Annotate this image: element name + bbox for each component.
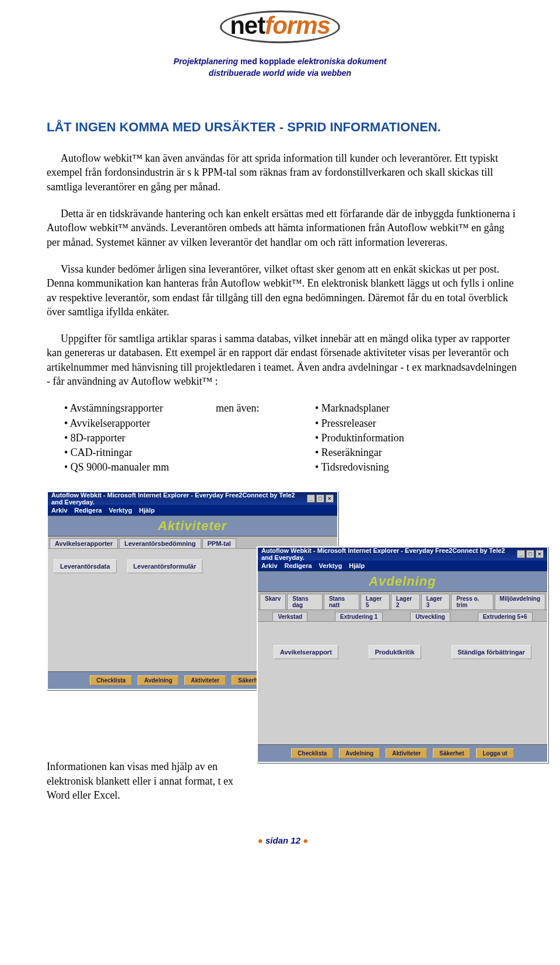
minimize-icon[interactable]: _ <box>307 494 315 503</box>
menu-item[interactable]: Redigera <box>75 507 102 514</box>
panel-button[interactable]: Avvikelserapport <box>274 645 338 659</box>
list-item: Avvikelserapporter <box>64 416 216 431</box>
tagline: Projektplanering med kopplade elektronis… <box>0 56 560 79</box>
menubar: Arkiv Redigera Verktyg Hjälp <box>48 505 337 515</box>
bullet-columns: Avstämningsrapporter Avvikelserapporter … <box>64 401 519 475</box>
page-heading: LÅT INGEN KOMMA MED URSÄKTER - SPRID INF… <box>47 120 519 135</box>
paragraph-2: Detta är en tidskrävande hantering och k… <box>47 207 519 249</box>
tab[interactable]: Avvikelserapporter <box>50 538 118 548</box>
footer-caption: Informationen kan visas med hjälp av en … <box>47 760 239 802</box>
tab[interactable]: PPM-tal <box>202 538 236 548</box>
tab[interactable]: Utveckling <box>410 612 450 621</box>
maximize-icon[interactable]: □ <box>526 550 534 558</box>
list-item: Reseräkningar <box>315 445 461 460</box>
tab[interactable]: Lager 3 <box>421 594 450 609</box>
bullet-list-left: Avstämningsrapporter Avvikelserapporter … <box>64 401 216 475</box>
section-title: Avdelning <box>258 571 547 592</box>
nav-button[interactable]: Checklista <box>90 675 132 685</box>
nav-button[interactable]: Säkerhet <box>433 748 470 758</box>
nav-button[interactable]: Avdelning <box>138 675 178 685</box>
paragraph-1: Autoflow webkit™ kan även användas för a… <box>47 151 519 194</box>
tagline-2: distribuerade world wide via webben <box>209 68 351 78</box>
paragraph-4: Uppgifter för samtliga artiklar sparas i… <box>47 332 519 388</box>
bullet-list-right: Marknadsplaner Pressreleaser Produktinfo… <box>315 401 461 475</box>
tab[interactable]: Verkstad <box>272 612 307 621</box>
list-mid-label: men även: <box>216 401 315 475</box>
nav-button[interactable]: Avdelning <box>339 748 380 758</box>
menu-item[interactable]: Arkiv <box>51 507 68 514</box>
list-item: Tidsredovisning <box>315 460 461 475</box>
page-number-text: sidan 12 <box>265 835 300 845</box>
nav-button[interactable]: Aktiviteter <box>184 675 226 685</box>
panel-button[interactable]: Leverantörsdata <box>54 559 117 573</box>
list-item: Pressreleaser <box>315 416 461 431</box>
list-item: QS 9000-manualer mm <box>64 460 216 475</box>
menu-item[interactable]: Hjälp <box>349 562 365 569</box>
titlebar: Autoflow Webkit - Microsoft Internet Exp… <box>48 492 337 505</box>
panel: Avvikelserapport Produktkritik Ständiga … <box>258 622 547 744</box>
tab-row-1: Skarv Stans dag Stans natt Lager 5 Lager… <box>258 592 547 610</box>
menu-item[interactable]: Redigera <box>285 562 312 569</box>
list-item: Avstämningsrapporter <box>64 401 216 416</box>
tab[interactable]: Stans natt <box>324 594 359 609</box>
bottombar: Checklista Avdelning Aktiviteter Säkerhe… <box>258 744 547 762</box>
menu-item[interactable]: Verktyg <box>319 562 342 569</box>
tab[interactable]: Lager 2 <box>391 594 420 609</box>
minimize-icon[interactable]: _ <box>517 550 525 558</box>
close-icon[interactable]: × <box>536 550 544 558</box>
close-icon[interactable]: × <box>326 494 334 503</box>
panel-button[interactable]: Produktkritik <box>369 645 421 659</box>
tab[interactable]: Leverantörsbedömning <box>119 538 201 548</box>
window-title: Autoflow Webkit - Microsoft Internet Exp… <box>51 492 307 506</box>
menubar: Arkiv Redigera Verktyg Hjälp <box>258 560 547 571</box>
window-title: Autoflow Webkit - Microsoft Internet Exp… <box>261 547 517 561</box>
titlebar: Autoflow Webkit - Microsoft Internet Exp… <box>258 548 547 560</box>
tab[interactable]: Extrudering 1 <box>335 612 383 621</box>
tab[interactable]: Extrudering 5+6 <box>478 612 533 621</box>
list-item: CAD-ritningar <box>64 445 216 460</box>
paragraph-3: Vissa kunder bedömer årligen sina levera… <box>47 262 519 319</box>
tab-row-2: Verkstad Extrudering 1 Utveckling Extrud… <box>258 610 547 622</box>
nav-button[interactable]: Checklista <box>291 748 333 758</box>
tab[interactable]: Lager 5 <box>360 594 390 609</box>
page-number: ● sidan 12 ● <box>47 835 519 845</box>
logo-text-net: net <box>230 12 265 39</box>
tagline-1b: med kopplade <box>238 57 298 66</box>
nav-button[interactable]: Logga ut <box>476 748 513 758</box>
tagline-1a: Projektplanering <box>174 57 238 66</box>
tab[interactable]: Stans dag <box>287 594 323 609</box>
tab[interactable]: Skarv <box>260 594 286 609</box>
logo-text-forms: forms <box>265 12 330 39</box>
section-title: Aktiviteter <box>48 515 337 537</box>
list-item: Produktinformation <box>315 431 461 445</box>
screenshots-area: Autoflow Webkit - Microsoft Internet Exp… <box>47 491 519 818</box>
panel-button[interactable]: Leverantörsformulär <box>127 559 203 573</box>
panel-button[interactable]: Ständiga förbättringar <box>452 645 532 659</box>
menu-item[interactable]: Hjälp <box>139 507 155 514</box>
maximize-icon[interactable]: □ <box>316 494 324 503</box>
menu-item[interactable]: Verktyg <box>109 507 132 514</box>
logo: netforms <box>0 0 560 43</box>
list-item: Marknadsplaner <box>315 401 461 416</box>
nav-button[interactable]: Aktiviteter <box>386 748 427 758</box>
window-avdelning: Autoflow Webkit - Microsoft Internet Exp… <box>257 546 548 763</box>
tab[interactable]: Press o. trim <box>451 594 493 609</box>
menu-item[interactable]: Arkiv <box>261 562 278 569</box>
list-item: 8D-rapporter <box>64 431 216 445</box>
tab[interactable]: Miljöavdelning <box>495 594 545 609</box>
tagline-1c: elektroniska dokument <box>298 57 387 66</box>
